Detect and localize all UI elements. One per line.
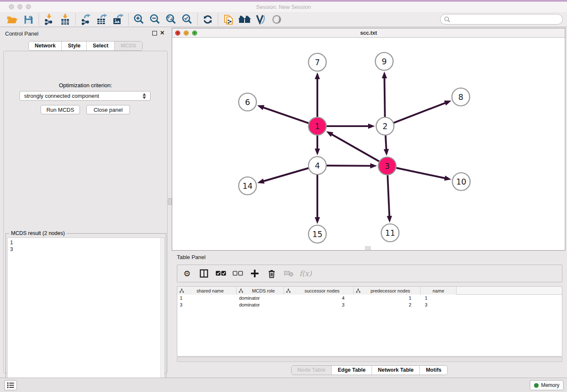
vizmapper-icon[interactable] [253,13,269,26]
tab-network-table[interactable]: Network Table [372,366,420,375]
delete-column-icon[interactable] [283,268,294,279]
network-titlebar[interactable]: × − + scc.txt [172,28,565,38]
edge-4-3[interactable] [326,166,371,166]
edge-arrow-2-8 [444,101,451,106]
import-table-icon[interactable] [57,13,73,26]
tab-network[interactable]: Network [29,41,61,50]
optimization-criterion-label: Optimization criterion: [4,82,167,88]
edge-arrow-1-7 [315,72,320,79]
refresh-icon[interactable] [200,13,216,26]
node-6[interactable]: 6 [239,93,256,111]
tab-motifs[interactable]: Motifs [419,366,447,375]
column-header-predecessor-nodes[interactable]: predecessor nodes [354,287,421,295]
cell-shared-name[interactable]: 1 [177,295,237,301]
edge-3-1[interactable] [331,134,380,162]
result-scrollbar[interactable] [160,238,164,391]
import-network-icon[interactable] [41,13,57,26]
column-header-successor-nodes[interactable]: successor nodes [284,287,354,295]
run-mcds-button[interactable]: Run MCDS [41,105,80,114]
node-11[interactable]: 11 [381,224,399,242]
table-row[interactable]: 3dominator323 [177,301,562,308]
node-1[interactable]: 1 [308,117,326,135]
function-icon[interactable]: f(x) [300,268,311,279]
columns-icon[interactable] [198,268,209,279]
node-7[interactable]: 7 [308,53,326,71]
edge-2-9[interactable] [384,77,385,117]
node-2[interactable]: 2 [376,117,394,135]
delete-icon[interactable] [266,268,277,279]
svg-text:1: 1 [315,121,320,131]
mcds-result-group: MCDS result (2 nodes) 1 3 [6,233,166,392]
open-session-icon[interactable] [4,13,20,26]
float-panel-icon[interactable] [152,31,157,36]
node-10[interactable]: 10 [452,173,470,190]
table-panel: Table Panel ✕ ⚙ f(x) [172,251,567,378]
table-panel-title: Table Panel [177,254,206,260]
zoom-fit-icon[interactable] [163,13,179,26]
clone-network-icon[interactable] [220,13,237,26]
zoom-out-icon[interactable] [147,13,163,26]
close-panel-button[interactable]: Close panel [86,105,130,114]
table-row[interactable]: 1dominator411 [177,295,562,301]
node-4[interactable]: 4 [308,157,326,174]
edge-arrow-4-14 [257,179,264,184]
memory-button[interactable]: Memory [530,380,564,390]
edge-1-6[interactable] [263,107,309,123]
search-field[interactable] [440,14,563,25]
task-history-button[interactable] [4,380,17,390]
add-row-icon[interactable] [249,268,260,279]
home-icon[interactable] [237,13,253,26]
cell-mcds-role[interactable]: dominator [237,295,284,301]
search-input[interactable] [453,17,562,22]
cell-successor-nodes[interactable]: 4 [284,295,354,301]
tab-style[interactable]: Style [61,41,86,50]
view-resize-handle[interactable] [365,246,371,250]
cell-name[interactable]: 1 [421,295,457,301]
cell-name[interactable]: 3 [421,301,457,308]
column-header-name[interactable]: name [421,287,457,295]
table-toolbar: ⚙ f(x) [177,265,562,282]
edge-4-14[interactable] [263,168,308,182]
tab-edge-table[interactable]: Edge Table [331,366,372,375]
export-network-icon[interactable] [78,13,94,26]
cell-shared-name[interactable]: 3 [177,301,237,308]
cell-predecessor-nodes[interactable]: 1 [354,295,421,301]
edge-arrow-1-2 [368,124,375,129]
tab-select[interactable]: Select [86,41,114,50]
column-header-mcds-role[interactable]: MCDS role [237,287,284,295]
select-all-icon[interactable] [215,268,226,279]
zoom-in-icon[interactable] [131,13,147,26]
table-hscrollbar[interactable] [177,357,562,362]
optimization-criterion-select[interactable]: strongly connected component [19,91,151,101]
network-canvas[interactable]: 7968124314101511 [172,38,565,250]
save-session-icon[interactable] [20,13,36,26]
svg-text:11: 11 [385,228,395,237]
node-9[interactable]: 9 [375,52,393,70]
edge-2-3[interactable] [385,135,386,150]
node-8[interactable]: 8 [452,88,470,106]
cell-successor-nodes[interactable]: 3 [284,301,354,308]
svg-text:6: 6 [245,97,250,107]
control-panel-title: Control Panel [5,30,39,37]
cell-mcds-role[interactable]: dominator [237,301,284,308]
node-15[interactable]: 15 [308,225,326,243]
edge-2-8[interactable] [394,103,446,123]
close-panel-icon[interactable]: ✕ [160,30,165,36]
tab-node-table[interactable]: Node Table [292,366,331,375]
mcds-result-text[interactable]: 1 3 [8,238,160,391]
select-none-icon[interactable] [232,268,243,279]
tab-mcds[interactable]: MCDS [114,41,142,50]
eye-icon[interactable] [269,13,285,26]
edge-3-10[interactable] [396,168,446,178]
panel-splitter-handle[interactable] [168,198,172,205]
export-table-icon[interactable] [94,13,110,26]
app-window: Session: New Session [0,0,567,392]
cell-predecessor-nodes[interactable]: 2 [354,301,421,308]
column-header-shared-name[interactable]: shared name [177,287,237,295]
node-3[interactable]: 3 [378,157,396,175]
gear-icon[interactable]: ⚙ [182,268,193,279]
node-14[interactable]: 14 [239,177,256,195]
export-image-icon[interactable] [110,13,126,26]
edge-3-11[interactable] [388,175,389,217]
zoom-selected-icon[interactable] [179,13,195,26]
